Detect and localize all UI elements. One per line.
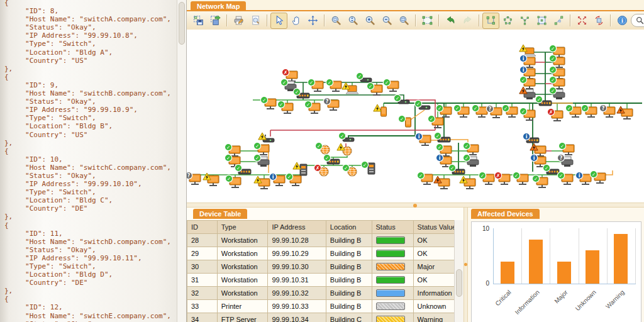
map-node-monitor[interactable]: ✓: [383, 79, 399, 91]
horizontal-splitter[interactable]: [187, 203, 644, 208]
map-node-monitor[interactable]: ✓: [581, 104, 597, 117]
circular-layout-button[interactable]: [499, 13, 516, 29]
map-node-monitor[interactable]: i: [519, 55, 535, 67]
map-node-monitor[interactable]: ✓: [367, 82, 382, 95]
map-node-monitor[interactable]: ✓: [472, 104, 487, 117]
fit-to-window-button[interactable]: [574, 13, 591, 29]
interactive-zoom-button[interactable]: [345, 13, 362, 29]
zoom-out-button[interactable]: [379, 13, 396, 29]
map-node-monitor[interactable]: ✓: [502, 104, 518, 117]
table-row[interactable]: 30Workstation99.99.10.30Building BMajor: [187, 260, 464, 274]
table-row[interactable]: 29Workstation99.99.10.29Building BOK: [187, 247, 464, 260]
map-node-monitor[interactable]: ✓: [304, 101, 320, 113]
map-node-monitor[interactable]: [254, 176, 270, 189]
json-panel-scrollbar-thumb[interactable]: [179, 2, 185, 45]
map-node-hub[interactable]: ✓: [535, 96, 552, 106]
fit-content-zoom-button[interactable]: [396, 13, 413, 29]
print-preview-button[interactable]: [247, 13, 264, 29]
map-node-monitor[interactable]: ✓: [565, 104, 581, 117]
column-header-status[interactable]: Status: [372, 221, 413, 234]
map-node-hub[interactable]: ✓: [293, 88, 309, 98]
map-node-phone[interactable]: ✓: [398, 115, 411, 127]
map-node-server[interactable]: [293, 162, 307, 175]
map-node-globe[interactable]: ✓: [342, 164, 357, 176]
column-header-location[interactable]: Location: [326, 221, 372, 234]
column-header-type[interactable]: Type: [217, 221, 268, 234]
json-panel-scrollbar[interactable]: [177, 0, 186, 322]
map-node-monitor[interactable]: [617, 106, 633, 119]
map-node-monitor[interactable]: ✗: [547, 108, 563, 121]
column-header-id[interactable]: ID: [187, 221, 218, 234]
map-node-hub[interactable]: i: [523, 133, 539, 143]
redo-button[interactable]: [459, 13, 476, 29]
column-header-ip-address[interactable]: IP Address: [268, 221, 326, 234]
map-node-monitor[interactable]: ✓: [326, 79, 341, 91]
map-node-monitor[interactable]: ✓: [253, 142, 269, 155]
undo-button[interactable]: [442, 13, 459, 29]
table-row[interactable]: 34FTP Server99.99.10.34Building CWarning: [187, 313, 464, 322]
grid-layout-button[interactable]: [533, 13, 550, 29]
map-node-monitor[interactable]: [460, 176, 475, 189]
map-node-router[interactable]: ✓: [414, 100, 430, 109]
map-node-hub[interactable]: ✓: [323, 154, 340, 164]
pan-button[interactable]: [287, 13, 304, 29]
symmetric-layout-button[interactable]: [516, 13, 533, 29]
vertical-splitter[interactable]: [464, 208, 468, 322]
map-node-phone[interactable]: [374, 104, 387, 116]
map-node-printer[interactable]: ?: [557, 154, 573, 167]
map-node-hub[interactable]: ✓: [543, 164, 559, 174]
hierarchical-layout-button[interactable]: [482, 13, 499, 29]
table-row[interactable]: 33Printer99.99.10.33Building BUnknown: [187, 300, 464, 313]
marquee-zoom-button[interactable]: [328, 13, 345, 29]
map-node-monitor[interactable]: ?: [187, 172, 201, 184]
device-table-scrollbar-thumb[interactable]: [456, 269, 462, 297]
map-node-server[interactable]: ✓: [361, 161, 375, 174]
export-network-button[interactable]: [207, 13, 224, 29]
map-node-monitor[interactable]: ✓: [590, 170, 606, 183]
map-node-monitor[interactable]: ✓: [277, 101, 293, 113]
table-row[interactable]: 28Workstation99.99.10.28Building BOK: [187, 234, 464, 247]
map-node-monitor[interactable]: ✓: [513, 172, 528, 184]
map-node-printer[interactable]: ✓: [463, 154, 479, 167]
table-row[interactable]: 31Workstation99.99.10.31Building BOK: [187, 274, 464, 287]
map-node-router[interactable]: [258, 133, 274, 142]
map-node-monitor[interactable]: i: [575, 172, 591, 184]
map-node-monitor[interactable]: ✓: [479, 172, 494, 184]
splitter-collapse-dot[interactable]: [464, 263, 467, 266]
print-button[interactable]: [230, 13, 247, 29]
map-node-monitor[interactable]: ?: [599, 104, 615, 117]
map-node-monitor[interactable]: ✓: [260, 96, 276, 109]
map-node-printer[interactable]: ✓: [253, 154, 269, 167]
map-node-monitor[interactable]: ✓: [558, 142, 574, 155]
map-node-monitor[interactable]: ✓: [308, 79, 323, 91]
device-table-scrollbar[interactable]: [454, 220, 464, 322]
map-node-router[interactable]: ✓: [338, 132, 354, 142]
overview-window-button[interactable]: [419, 13, 436, 29]
info-button[interactable]: i: [614, 13, 631, 29]
map-node-monitor[interactable]: ✓: [225, 175, 241, 187]
map-node-hub[interactable]: ✓: [448, 164, 465, 174]
map-node-laptop[interactable]: [519, 45, 536, 56]
map-node-monitor[interactable]: i: [415, 133, 431, 145]
map-node-monitor[interactable]: [434, 176, 450, 189]
map-node-globe[interactable]: [337, 143, 352, 155]
map-node-laptop[interactable]: [342, 82, 358, 94]
map-node-monitor[interactable]: ✗: [494, 172, 510, 184]
map-node-monitor[interactable]: ✓: [453, 104, 469, 117]
map-node-monitor[interactable]: ✓: [532, 175, 548, 187]
network-map-canvas[interactable]: ✗✓✓✓✓✓✓✓✓✓✓?✓i✓i✓✓✓✓✓✓✓✓✓✓✓✓?✓✓✗✓✓?✓✓✓✓✓…: [187, 30, 644, 203]
map-node-monitor[interactable]: ✓: [463, 142, 479, 155]
map-node-globe[interactable]: ✗: [314, 164, 328, 176]
zoom-in-button[interactable]: [362, 13, 379, 29]
map-node-globe[interactable]: ✓: [315, 142, 330, 154]
map-node-router[interactable]: ✓: [394, 94, 409, 104]
map-node-monitor[interactable]: ✓: [436, 143, 452, 156]
incremental-layout-button[interactable]: [550, 13, 567, 29]
save-network-button[interactable]: [190, 13, 207, 29]
fit-view-button[interactable]: [304, 13, 321, 29]
map-node-router[interactable]: ✓: [356, 72, 372, 82]
map-node-hub[interactable]: ✓: [235, 164, 251, 174]
table-row[interactable]: 32Workstation99.99.10.32Building BInform…: [187, 287, 464, 300]
select-pointer-button[interactable]: [270, 13, 287, 29]
rotate-layout-button[interactable]: [591, 13, 608, 29]
